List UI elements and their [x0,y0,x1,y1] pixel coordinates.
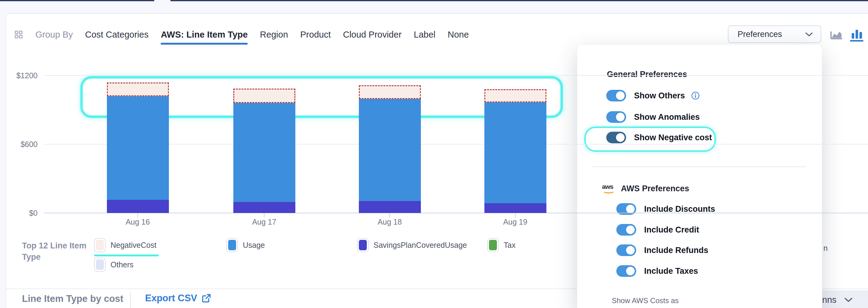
legend-swatch-others [94,257,106,272]
columns-selector-label: nns [822,295,837,305]
legend-item-tax[interactable]: Tax [487,238,516,252]
aws-logo-icon: aws [602,183,615,194]
x-axis-tick [137,213,138,218]
top-window-strip [0,0,154,1]
negative-cost-dashed-box-aug-19[interactable] [485,89,547,102]
external-link-icon [201,293,211,303]
toggle-label: Show Others [634,91,685,100]
area-chart-icon[interactable] [830,28,843,40]
y-axis-label: $1200 [4,71,37,80]
group-by-label: Group By [35,30,73,40]
cost-dashboard: { "top_nav": { "group_by_label": "Group … [0,0,868,308]
legend-label: Usage [243,241,265,250]
toggle-row-include-taxes: Include Taxes [616,265,698,277]
toggle-label: Include Taxes [644,267,698,276]
group-by-grid-icon [14,30,23,39]
group-by-nav: Group By Cost CategoriesAWS: Line Item T… [14,27,469,42]
tab-label[interactable]: Label [414,30,436,40]
toggle-row-show-others: Show Others [606,90,700,101]
preferences-dropdown-label: Preferences [738,30,782,39]
toggle-row-include-credit: Include Credit [616,224,699,236]
toggle-row-include-refunds: Include Refunds [616,244,708,256]
x-axis-tick [390,213,390,218]
legend-swatch-savingsplancoveredusage [357,238,369,252]
tab-cost-categories[interactable]: Cost Categories [85,30,149,40]
chevron-down-icon [805,31,813,37]
export-csv-label: Export CSV [145,293,197,304]
bar-segment-usage-aug-17[interactable] [233,103,295,202]
toggle-include-taxes[interactable] [616,265,636,277]
show-aws-costs-as-label: Show AWS Costs as [612,297,679,305]
aws-preferences-header: aws AWS Preferences [602,183,689,194]
toggle-show-anomalies[interactable] [606,111,626,123]
tab-region[interactable]: Region [260,30,288,40]
toggle-label: Include Discounts [644,205,715,214]
gridline-1200 [44,75,868,76]
negative-cost-dashed-box-aug-16[interactable] [107,83,169,96]
toggle-show-negative-cost[interactable] [606,132,626,143]
toggle-row-show-anomalies: Show Anomalies [606,111,700,123]
legend-swatch-usage [226,238,238,252]
toggle-label: Show Anomalies [634,113,700,122]
toggle-include-refunds[interactable] [616,244,636,256]
tab-none[interactable]: None [448,30,469,40]
preferences-dropdown-button[interactable]: Preferences [728,25,821,43]
toggle-label: Include Refunds [644,246,708,255]
bar-segment-savingsplancoveredusage-aug-16[interactable] [107,200,169,213]
toggle-show-others[interactable] [606,90,626,101]
legend-label: Others [111,260,133,269]
tab-aws-line-item-type[interactable]: AWS: Line Item Type [161,30,248,40]
panel-divider [592,166,806,167]
legend-swatch-negativecost [94,238,106,252]
chart-type-switcher [830,28,863,40]
legend-swatch-tax [487,238,499,252]
bar-segment-savingsplancoveredusage-aug-19[interactable] [485,203,547,213]
top-window-strip [170,0,868,1]
legend-label: NegativeCost [111,241,156,250]
toggle-label: Include Credit [644,225,699,235]
negative-cost-dashed-box-aug-17[interactable] [233,89,295,103]
group-by-tabs: Cost CategoriesAWS: Line Item TypeRegion… [85,30,469,40]
legend-item-overflow: n [824,241,828,255]
y-axis-label: $0 [4,209,37,218]
x-axis-label: Aug 18 [365,218,414,226]
legend-item-negativecost[interactable]: NegativeCost [94,238,156,252]
bar-chart-icon[interactable] [850,28,863,40]
x-axis-tick [515,213,516,218]
y-axis-label: $600 [4,140,37,149]
x-axis-label: Aug 17 [240,218,289,226]
bar-segment-usage-aug-16[interactable] [107,96,169,200]
general-preferences-header: General Preferences [607,70,687,79]
export-csv-link[interactable]: Export CSV [145,293,211,304]
toggle-include-credit[interactable] [616,224,636,236]
bar-segment-savingsplancoveredusage-aug-18[interactable] [359,201,421,213]
tab-product[interactable]: Product [300,30,331,40]
toggle-row-show-negative-cost: Show Negative cost [606,132,712,143]
preferences-panel: General Preferences aws AWS Preferences … [577,44,822,308]
info-icon[interactable] [691,91,700,100]
bar-segment-usage-aug-19[interactable] [485,102,547,203]
bar-segment-usage-aug-18[interactable] [359,99,421,201]
table-title: Line Item Type by cost [22,293,123,304]
legend-underline-annotation [94,254,159,256]
title-divider [130,292,131,308]
x-axis-label: Aug 16 [113,218,162,226]
chevron-down-icon [844,297,853,303]
x-axis-label: Aug 19 [491,218,540,226]
toggle-label: Show Negative cost [634,133,712,143]
tab-cloud-provider[interactable]: Cloud Provider [343,30,402,40]
legend-item-others[interactable]: Others [94,257,133,272]
legend-label: Tax [504,241,516,250]
legend-item-savingsplancoveredusage[interactable]: SavingsPlanCoveredUsage [357,238,467,252]
legend-title: Top 12 Line ItemType [22,240,87,263]
negative-cost-dashed-box-aug-18[interactable] [359,85,421,99]
x-axis-tick [264,213,265,218]
columns-selector-button[interactable]: nns [818,290,868,308]
legend-label: SavingsPlanCoveredUsage [374,241,467,250]
bar-segment-savingsplancoveredusage-aug-17[interactable] [233,202,295,213]
legend-item-usage[interactable]: Usage [226,238,265,252]
